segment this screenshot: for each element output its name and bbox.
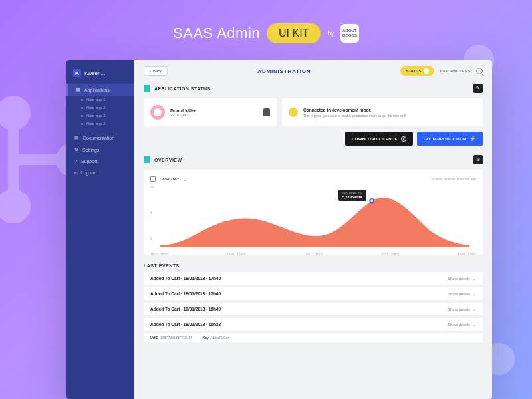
sidebar: K Kweeri... ▦ Applications Nice app 1 Ni… [66,60,134,399]
chevron-down-icon: ⌄ [183,177,186,182]
support-icon: ? [74,159,77,164]
y-axis-labels: 1640 [150,186,154,241]
brand-logo-icon: K [73,69,81,77]
android-icon [263,108,270,116]
info-icon: i [401,136,406,142]
brand-name: Kweeri... [84,70,105,76]
dot-icon [81,99,83,101]
nav-applications[interactable]: ▦ Applications [66,84,134,96]
chart-tooltip: 18/01/2018 · 13h 5,1k events [338,190,366,201]
connection-card: Connected in development mode This is gr… [282,98,483,126]
nav-app-item[interactable]: Nice app 2 [66,104,134,112]
chevron-down-icon: ⌄ [473,322,476,327]
app-name: Donut killer [170,108,196,113]
promo-by: by [327,30,334,37]
page-title: ADMINISTRATION [173,68,395,74]
nav-label: Applications [84,88,110,92]
topbar: ‹Back ADMINISTRATION STATUS PARAMETERS [144,66,483,76]
search-icon[interactable] [476,68,483,74]
logout-icon: ⎋ [74,170,77,175]
dot-icon [81,123,83,125]
show-details-toggle[interactable]: Show details⌄ [448,322,476,327]
promo-badge: UI KIT [267,23,321,43]
connection-subtitle: This is great, you need to enable produc… [303,114,406,118]
status-dot-icon [289,108,298,117]
grid-icon: ▦ [76,87,80,92]
section-title: APPLICATION STATUS [154,86,211,91]
bolt-icon: ⚡ [469,136,476,142]
back-button[interactable]: ‹Back [144,66,168,76]
square-icon [144,156,150,163]
go-production-button[interactable]: GO IN PRODUCTION⚡ [417,132,483,146]
section-title: OVERVIEW [154,158,182,162]
show-details-toggle[interactable]: Show details⌄ [448,276,476,281]
svg-point-2 [1,101,25,125]
nav-support[interactable]: ?Support [66,156,134,167]
section-header-overview: OVERVIEW ⚙ [144,155,483,164]
nav-app-item[interactable]: Nice app 1 [66,96,134,104]
area-chart [150,186,476,249]
app-id: 29102940 [170,113,196,117]
event-row[interactable]: Added To Cart · 18/01/2018 · 17h40Show d… [144,287,483,300]
event-row[interactable]: Added To Cart · 18/01/2018 · 16h49Show d… [144,303,483,315]
main-content: ‹Back ADMINISTRATION STATUS PARAMETERS A… [134,60,492,399]
gear-icon: ⚙ [74,147,78,152]
brand[interactable]: K Kweeri... [66,66,134,84]
edit-button[interactable]: ✎ [473,84,483,93]
event-row[interactable]: Added To Cart · 18/01/2018 · 17h40Show d… [144,272,483,285]
events-title: LAST EVENTS [144,263,483,268]
period-selector[interactable]: LAST DAY [160,177,179,181]
promo-logo: ABOUT GOODS [340,24,359,43]
nav-settings[interactable]: ⚙Settings [66,144,134,156]
nav-app-item[interactable]: Nice app 2 [66,120,134,128]
dot-icon [81,107,83,109]
chevron-down-icon: ⌄ [473,291,476,296]
promo-header: SAAS Admin UI KIT by ABOUT GOODS [0,23,532,43]
parameters-link[interactable]: PARAMETERS [440,69,471,73]
app-window: K Kweeri... ▦ Applications Nice app 1 Ni… [66,60,492,399]
nav-documentation[interactable]: ▤Documentation [66,132,134,144]
donut-icon [150,105,165,120]
event-detail-row: UUID 198F7381B3FFDN37 Key AddedToCart [144,333,483,342]
status-pill[interactable]: STATUS [400,66,434,76]
settings-button[interactable]: ⚙ [473,155,483,164]
event-row[interactable]: Added To Cart · 18/01/2018 · 16h32Show d… [144,318,483,331]
promo-title: SAAS Admin [173,25,260,42]
chevron-down-icon: ⌄ [473,307,476,311]
square-icon [144,85,150,92]
chart-area: 1640 18/01/2018 · 13h 5,1k events 18/01 … [150,186,476,249]
show-details-toggle[interactable]: Show details⌄ [448,291,476,296]
chart-note: Events received from this app [432,177,476,181]
svg-point-3 [1,194,25,218]
app-card: Donut killer 29102940 [144,98,277,126]
calendar-icon [150,176,156,182]
status-dot-icon [424,68,429,74]
nav-app-item[interactable]: Nice app 2 [66,112,134,120]
section-header-status: APPLICATION STATUS ✎ [144,84,483,93]
dot-icon [81,115,83,117]
show-details-toggle[interactable]: Show details⌄ [448,307,476,311]
svg-point-13 [370,199,374,203]
connection-title: Connected in development mode [303,108,406,112]
doc-icon: ▤ [74,135,79,140]
x-axis-labels: 18/01 · 18h0018/01 · 18h0018/01 · 18h001… [150,253,476,256]
chevron-down-icon: ⌄ [473,276,476,281]
nav-logout[interactable]: ⎋Log out [66,167,134,178]
chevron-left-icon: ‹ [150,69,151,73]
chart-card: LAST DAY ⌄ Events received from this app… [144,170,483,255]
download-licence-button[interactable]: DOWNLOAD LICENCEi [345,132,413,146]
